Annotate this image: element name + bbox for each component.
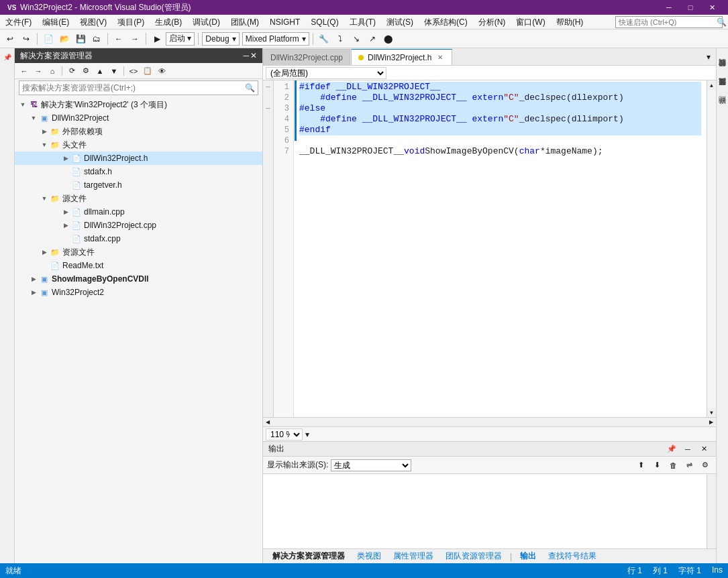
bottom-tab-property-manager[interactable]: 属性管理器 <box>388 550 439 563</box>
code-editor[interactable]: ─ ─ 1 2 3 4 5 <box>263 80 716 417</box>
quick-launch-input[interactable] <box>619 18 711 26</box>
menu-sql[interactable]: SQL(Q) <box>305 15 344 30</box>
menu-edit[interactable]: 编辑(E) <box>37 15 74 30</box>
se-forward-button[interactable]: → <box>32 64 45 78</box>
tab-list-button[interactable]: ▾ <box>701 49 716 65</box>
debug-config-dropdown[interactable]: Debug ▾ <box>202 32 239 46</box>
tree-item-showcvdll[interactable]: ▶ ▣ ShowImageByOpenCVDll <box>15 272 262 286</box>
tree-item-headers[interactable]: ▼ 📁 头文件 <box>15 138 262 152</box>
scroll-track[interactable] <box>707 90 716 408</box>
code-line-2[interactable]: #define __DLL_WIN32PROJECT__ extern "C" … <box>299 93 701 103</box>
output-down-button[interactable]: ⬇ <box>650 459 664 472</box>
right-activity-label-4[interactable]: 翻译 <box>716 107 728 113</box>
se-search-box[interactable]: 🔍 <box>19 80 258 95</box>
attach-button[interactable]: 🔧 <box>317 32 331 46</box>
zoom-dropdown-icon[interactable]: ▾ <box>305 430 309 439</box>
scroll-down-button[interactable]: ▼ <box>707 408 717 417</box>
se-home-button[interactable]: ⌂ <box>46 64 59 78</box>
start-button[interactable]: ▶ <box>150 32 164 46</box>
menu-arch[interactable]: 体系结构(C) <box>419 15 473 30</box>
menu-project[interactable]: 项目(P) <box>112 15 150 30</box>
tree-item-dllmain[interactable]: ▶ 📄 dllmain.cpp <box>15 205 262 219</box>
menu-tools[interactable]: 工具(T) <box>344 15 381 30</box>
tree-item-win32project2[interactable]: ▶ ▣ Win32Project2 <box>15 286 262 299</box>
code-content[interactable]: #ifdef __DLL_WIN32PROJECT__ #define __DL… <box>294 80 707 417</box>
menu-team[interactable]: 团队(M) <box>225 15 264 30</box>
se-filter-button[interactable]: ⚙ <box>79 64 93 78</box>
se-pin-button[interactable]: ─ <box>243 51 249 60</box>
minimize-button[interactable]: ─ <box>658 0 680 15</box>
start-dropdown[interactable]: 启动 ▾ <box>166 32 195 46</box>
tree-item-solution[interactable]: ▼ 🏗 解决方案'Win32Project2' (3 个项目) <box>15 98 262 111</box>
right-activity-label-1[interactable]: 源 <box>716 51 728 56</box>
se-collapse-button[interactable]: ▲ <box>93 64 107 78</box>
menu-build[interactable]: 生成(B) <box>150 15 187 30</box>
output-close-button[interactable]: ✕ <box>697 443 711 456</box>
save-button[interactable]: 💾 <box>73 32 88 46</box>
menu-analyze[interactable]: 分析(N) <box>473 15 511 30</box>
bottom-tab-find-results[interactable]: 查找符号结果 <box>543 550 602 563</box>
new-button[interactable]: 📄 <box>41 32 56 46</box>
redo-button[interactable]: ↪ <box>19 32 34 46</box>
hscroll-track[interactable] <box>272 418 707 426</box>
tree-item-dllwin32cpp[interactable]: ▶ 📄 DllWin32Project.cpp <box>15 219 262 232</box>
back-button[interactable]: ← <box>111 32 126 46</box>
tree-item-sources[interactable]: ▼ 📁 源文件 <box>15 192 262 205</box>
code-line-7[interactable]: __DLL_WIN32PROJECT__ void ShowImageByOpe… <box>299 146 701 157</box>
breakpoint-button[interactable]: ⬤ <box>381 32 396 46</box>
tree-item-dllwin32h[interactable]: ▶ 📄 DllWin32Project.h <box>15 152 262 165</box>
tree-item-resources[interactable]: ▶ 📁 资源文件 <box>15 245 262 259</box>
zoom-select[interactable]: 110 % <box>266 428 303 441</box>
menu-nsight[interactable]: NSIGHT <box>264 15 305 30</box>
scroll-up-button[interactable]: ▲ <box>707 80 717 90</box>
right-activity-label-3[interactable]: 团队资源管理器 <box>716 89 728 94</box>
menu-debug[interactable]: 调试(D) <box>187 15 225 30</box>
scope-dropdown[interactable]: (全局范围) <box>266 67 386 79</box>
se-back-button[interactable]: ← <box>17 64 31 78</box>
menu-test[interactable]: 测试(S) <box>381 15 419 30</box>
editor-scrollbar[interactable]: ▲ ▼ <box>707 80 716 417</box>
menu-help[interactable]: 帮助(H) <box>551 15 589 30</box>
forward-button[interactable]: → <box>127 32 142 46</box>
output-pin2-button[interactable]: ─ <box>681 443 694 456</box>
save-all-button[interactable]: 🗂 <box>89 32 104 46</box>
tab-dllwin32cpp[interactable]: DllWin32Project.cpp <box>263 49 350 65</box>
menu-view[interactable]: 视图(V) <box>74 15 112 30</box>
tree-item-readme[interactable]: ▶ 📄 ReadMe.txt <box>15 259 262 272</box>
output-up-button[interactable]: ⬆ <box>634 459 647 472</box>
h-scrollbar[interactable]: ◀ ▶ <box>263 417 716 426</box>
se-property-button[interactable]: 📋 <box>141 64 154 78</box>
code-line-6[interactable] <box>299 135 701 146</box>
se-expand-button[interactable]: ▼ <box>107 64 121 78</box>
output-wrap-button[interactable]: ⇌ <box>682 459 696 472</box>
undo-button[interactable]: ↩ <box>3 32 17 46</box>
tree-item-targetverh[interactable]: ▶ 📄 targetver.h <box>15 178 262 192</box>
bottom-tab-team-explorer[interactable]: 团队资源管理器 <box>440 550 507 563</box>
output-options-button[interactable]: ⚙ <box>698 459 712 472</box>
step-over-button[interactable]: ⤵ <box>333 32 348 46</box>
close-button[interactable]: ✕ <box>701 0 723 15</box>
tree-item-externaldeps[interactable]: ▶ 📁 外部依赖项 <box>15 125 262 138</box>
tab-dllwin32h[interactable]: DllWin32Project.h ✕ <box>351 49 452 65</box>
fold-line3[interactable]: ─ <box>264 103 273 114</box>
right-activity-label-2[interactable]: 控制管理器 <box>716 70 728 75</box>
open-button[interactable]: 📂 <box>57 32 72 46</box>
tree-item-stdafxcpp[interactable]: ▶ 📄 stdafx.cpp <box>15 232 262 245</box>
scroll-right-button[interactable]: ▶ <box>707 418 716 427</box>
se-refresh-button[interactable]: ⟳ <box>65 64 79 78</box>
menu-file[interactable]: 文件(F) <box>0 15 37 30</box>
menu-window[interactable]: 窗口(W) <box>511 15 550 30</box>
code-line-3[interactable]: #else <box>299 103 701 114</box>
code-line-5[interactable]: #endif <box>299 125 701 135</box>
maximize-button[interactable]: □ <box>680 0 701 15</box>
platform-dropdown[interactable]: Mixed Platform ▾ <box>242 32 309 46</box>
step-into-button[interactable]: ↘ <box>349 32 364 46</box>
output-clear-button[interactable]: 🗑 <box>666 459 680 472</box>
output-scrollbar[interactable] <box>707 474 716 548</box>
tree-item-dllproject[interactable]: ▼ ▣ DllWin32Project <box>15 111 262 125</box>
output-pin-button[interactable]: 📌 <box>665 443 678 456</box>
pin-button[interactable]: 📌 <box>1 51 13 63</box>
bottom-tab-solution-explorer[interactable]: 解决方案资源管理器 <box>267 550 350 563</box>
quick-launch-box[interactable]: 🔍 <box>615 16 723 28</box>
se-code-view-button[interactable]: <> <box>127 64 140 78</box>
